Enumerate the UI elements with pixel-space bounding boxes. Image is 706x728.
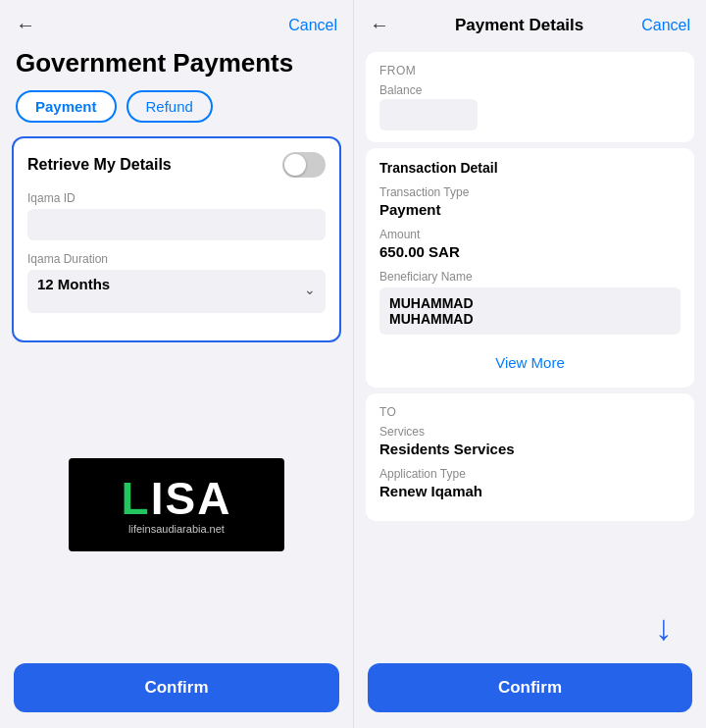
- services-row: Services Residents Services: [379, 425, 681, 457]
- from-section: FROM Balance: [366, 52, 694, 142]
- tab-payment[interactable]: Payment: [16, 90, 117, 123]
- iqama-duration-dropdown[interactable]: 12 Months ⌄: [27, 270, 326, 313]
- to-section: TO Services Residents Services Applicati…: [366, 393, 694, 521]
- dropdown-inner: 12 Months: [37, 276, 110, 292]
- iqama-duration-label: Iqama Duration: [27, 252, 326, 266]
- to-section-label: TO: [379, 405, 681, 419]
- transaction-type-label: Transaction Type: [379, 185, 681, 199]
- balance-label: Balance: [379, 83, 681, 97]
- left-panel: ← Cancel Government Payments Payment Ref…: [0, 0, 353, 728]
- transaction-type-value: Payment: [379, 201, 681, 218]
- app-type-label: Application Type: [379, 467, 681, 481]
- right-confirm-area: ↓ Confirm: [354, 653, 706, 728]
- retrieve-title: Retrieve My Details: [27, 156, 172, 174]
- transaction-type-row: Transaction Type Payment: [379, 185, 681, 218]
- page-title: Government Payments: [0, 44, 353, 90]
- beneficiary-name-line1: MUHAMMAD: [389, 295, 671, 311]
- beneficiary-box: MUHAMMAD MUHAMMAD: [379, 287, 681, 335]
- right-header: ← Payment Details Cancel: [354, 0, 706, 46]
- amount-row: Amount 650.00 SAR: [379, 228, 681, 260]
- right-content: FROM Balance Transaction Detail Transact…: [354, 46, 706, 653]
- app-type-row: Application Type Renew Iqamah: [379, 467, 681, 499]
- beneficiary-row: Beneficiary Name MUHAMMAD MUHAMMAD: [379, 270, 681, 335]
- lisa-logo-area: LISA lifeinsaudiarabia.net: [0, 356, 353, 653]
- left-confirm-area: Confirm: [0, 653, 353, 728]
- from-section-label: FROM: [379, 64, 681, 78]
- amount-label: Amount: [379, 228, 681, 241]
- iqama-duration-group: Iqama Duration 12 Months ⌄: [27, 252, 326, 313]
- transaction-section-title: Transaction Detail: [379, 160, 681, 176]
- app-type-value: Renew Iqamah: [379, 483, 681, 499]
- right-page-title: Payment Details: [397, 16, 641, 35]
- left-cancel-button[interactable]: Cancel: [288, 17, 337, 34]
- lisa-l: L: [122, 473, 151, 524]
- retrieve-card: Retrieve My Details Iqama ID Iqama Durat…: [12, 136, 341, 342]
- view-more-btn[interactable]: View More: [379, 344, 681, 376]
- iqama-id-group: Iqama ID: [27, 191, 326, 240]
- transaction-section: Transaction Detail Transaction Type Paym…: [366, 148, 694, 388]
- lisa-logo-text: LISA: [122, 476, 232, 521]
- left-confirm-button[interactable]: Confirm: [14, 663, 339, 712]
- iqama-duration-value: 12 Months: [37, 276, 110, 292]
- tab-refund[interactable]: Refund: [126, 90, 213, 123]
- view-more-link[interactable]: View More: [495, 354, 565, 371]
- iqama-id-input[interactable]: [27, 209, 326, 240]
- chevron-down-icon: ⌄: [304, 282, 316, 297]
- right-panel: ← Payment Details Cancel FROM Balance Tr…: [353, 0, 706, 728]
- right-confirm-button[interactable]: Confirm: [368, 663, 692, 712]
- amount-value: 650.00 SAR: [379, 243, 681, 260]
- iqama-id-label: Iqama ID: [27, 191, 326, 205]
- beneficiary-label: Beneficiary Name: [379, 270, 681, 284]
- toggle-knob: [284, 154, 306, 176]
- beneficiary-name-line2: MUHAMMAD: [389, 311, 671, 327]
- retrieve-toggle[interactable]: [282, 152, 326, 178]
- services-value: Residents Services: [379, 441, 681, 457]
- back-arrow-icon[interactable]: ←: [16, 14, 35, 36]
- left-header: ← Cancel: [0, 0, 353, 44]
- right-cancel-button[interactable]: Cancel: [641, 17, 690, 34]
- down-arrow-icon: ↓: [655, 610, 673, 646]
- lisa-isa: ISA: [151, 473, 232, 524]
- lisa-subtitle: lifeinsaudiarabia.net: [128, 523, 225, 535]
- services-label: Services: [379, 425, 681, 439]
- balance-box: [379, 99, 478, 130]
- tabs-row: Payment Refund: [0, 90, 353, 136]
- lisa-logo: LISA lifeinsaudiarabia.net: [69, 458, 284, 551]
- right-back-arrow-icon[interactable]: ←: [370, 14, 389, 36]
- retrieve-header: Retrieve My Details: [27, 152, 326, 178]
